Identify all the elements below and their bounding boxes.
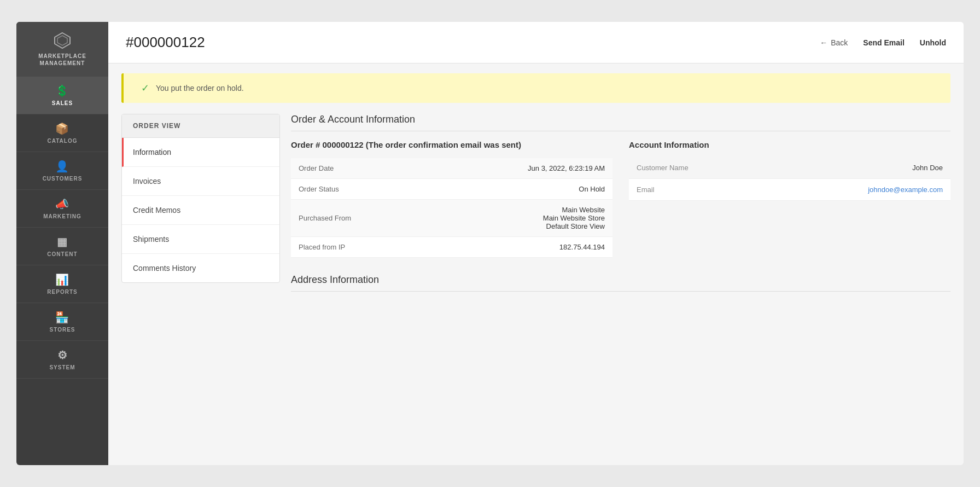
sidebar-logo-text: MARKETPLACE MANAGEMENT (38, 53, 86, 67)
sales-icon: 💲 (55, 84, 69, 97)
account-field-value: johndoe@example.com (766, 179, 950, 201)
customers-icon: 👤 (55, 160, 69, 173)
stores-icon: 🏪 (55, 311, 69, 324)
sidebar-logo: MARKETPLACE MANAGEMENT (16, 22, 108, 77)
table-row: Customer Name John Doe (629, 157, 950, 179)
order-info-table: Order Date Jun 3, 2022, 6:23:19 AM Order… (291, 158, 612, 258)
table-row: Purchased From Main WebsiteMain Website … (291, 200, 612, 237)
page-header: #000000122 ← Back Send Email Unhold (108, 22, 964, 63)
field-label: Order Date (291, 158, 427, 179)
sidebar-item-stores[interactable]: 🏪 STORES (16, 303, 108, 341)
order-info-col: Order # 000000122 (The order confirmatio… (291, 140, 612, 258)
sidebar-item-sales[interactable]: 💲 SALES (16, 77, 108, 114)
content-area: Order & Account Information Order # 0000… (291, 114, 950, 454)
field-value: 182.75.44.194 (427, 237, 612, 258)
sidebar-item-customers[interactable]: 👤 CUSTOMERS (16, 152, 108, 190)
sidebar-item-label: STORES (50, 327, 75, 333)
left-nav-item-information[interactable]: Information (122, 138, 279, 167)
order-section-title: Order & Account Information (291, 114, 950, 131)
account-info-title: Account Information (629, 140, 950, 149)
account-field-label: Customer Name (629, 157, 766, 179)
sidebar-item-label: SALES (52, 100, 73, 106)
account-field-label: Email (629, 179, 766, 201)
field-label: Purchased From (291, 200, 427, 237)
unhold-button[interactable]: Unhold (920, 38, 946, 47)
page-body: ORDER VIEW InformationInvoicesCredit Mem… (108, 103, 964, 465)
sidebar-item-content[interactable]: ▦ CONTENT (16, 228, 108, 265)
table-row: Order Date Jun 3, 2022, 6:23:19 AM (291, 158, 612, 179)
left-nav-item-shipments[interactable]: Shipments (122, 225, 279, 254)
address-section-title: Address Information (291, 274, 950, 292)
sidebar-item-system[interactable]: ⚙ SYSTEM (16, 341, 108, 379)
sidebar-item-label: REPORTS (47, 289, 77, 295)
two-col-layout: Order # 000000122 (The order confirmatio… (291, 140, 950, 258)
left-nav-item-comments-history[interactable]: Comments History (122, 254, 279, 282)
left-nav-items: InformationInvoicesCredit MemosShipments… (122, 138, 279, 282)
notification-bar: ✓ You put the order on hold. (121, 73, 950, 103)
left-nav: ORDER VIEW InformationInvoicesCredit Mem… (121, 114, 280, 283)
marketing-icon: 📣 (55, 198, 69, 211)
logo-icon (54, 32, 71, 49)
left-nav-item-credit-memos[interactable]: Credit Memos (122, 196, 279, 225)
account-info-table: Customer Name John Doe Email johndoe@exa… (629, 157, 950, 201)
sidebar-item-label: CATALOG (48, 138, 78, 144)
sidebar-item-label: MARKETING (43, 213, 81, 219)
field-value: On Hold (427, 179, 612, 200)
sidebar: MARKETPLACE MANAGEMENT 💲 SALES 📦 CATALOG… (16, 22, 108, 465)
back-arrow-icon: ← (820, 38, 827, 47)
page-title: #000000122 (126, 34, 809, 51)
sidebar-item-catalog[interactable]: 📦 CATALOG (16, 114, 108, 152)
sidebar-item-label: CONTENT (47, 251, 77, 257)
main-content: #000000122 ← Back Send Email Unhold ✓ Yo… (108, 22, 964, 465)
content-icon: ▦ (57, 235, 68, 248)
back-button[interactable]: ← Back (820, 38, 848, 47)
back-label: Back (831, 38, 848, 47)
notification-text: You put the order on hold. (156, 84, 244, 92)
sidebar-item-label: SYSTEM (49, 364, 75, 370)
left-nav-header: ORDER VIEW (122, 114, 279, 138)
send-email-button[interactable]: Send Email (863, 38, 904, 47)
left-nav-item-invoices[interactable]: Invoices (122, 167, 279, 196)
order-heading: Order # 000000122 (The order confirmatio… (291, 140, 612, 149)
field-value: Main WebsiteMain Website StoreDefault St… (427, 200, 612, 237)
check-icon: ✓ (141, 82, 149, 94)
email-link[interactable]: johndoe@example.com (868, 185, 943, 194)
table-row: Email johndoe@example.com (629, 179, 950, 201)
field-value: Jun 3, 2022, 6:23:19 AM (427, 158, 612, 179)
account-info-col: Account Information Customer Name John D… (629, 140, 950, 258)
table-row: Order Status On Hold (291, 179, 612, 200)
account-field-value: John Doe (766, 157, 950, 179)
sidebar-item-marketing[interactable]: 📣 MARKETING (16, 190, 108, 228)
field-label: Order Status (291, 179, 427, 200)
sidebar-item-reports[interactable]: 📊 REPORTS (16, 265, 108, 303)
field-label: Placed from IP (291, 237, 427, 258)
reports-icon: 📊 (55, 273, 69, 286)
svg-marker-1 (57, 36, 67, 45)
header-actions: ← Back Send Email Unhold (820, 38, 946, 47)
catalog-icon: 📦 (55, 122, 69, 135)
table-row: Placed from IP 182.75.44.194 (291, 237, 612, 258)
sidebar-item-label: CUSTOMERS (43, 176, 83, 182)
system-icon: ⚙ (57, 349, 68, 362)
